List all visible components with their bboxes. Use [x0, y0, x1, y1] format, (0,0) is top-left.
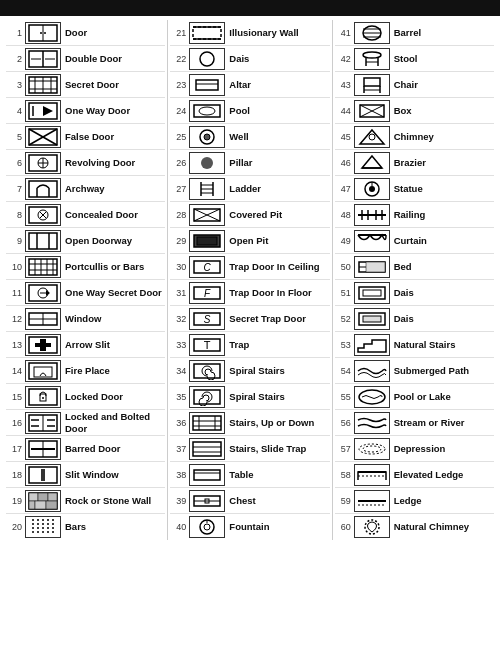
entry-number: 21 [172, 28, 186, 38]
svg-point-161 [359, 390, 385, 404]
icon-box [25, 152, 61, 174]
icon-box [189, 464, 225, 486]
list-item: 37 Stairs, Slide Trap [170, 436, 329, 462]
icon-box [354, 334, 390, 356]
icon-box [189, 48, 225, 70]
list-item: 52 Dais [335, 306, 494, 332]
entry-number: 31 [172, 288, 186, 298]
entry-number: 58 [337, 470, 351, 480]
entry-number: 25 [172, 132, 186, 142]
entry-label: Archway [65, 183, 105, 194]
svg-rect-50 [35, 343, 51, 347]
svg-rect-52 [34, 367, 52, 377]
list-item: 44 Box [335, 98, 494, 124]
list-item: 42 Stool [335, 46, 494, 72]
icon-box [354, 438, 390, 460]
entry-label: Stool [394, 53, 418, 64]
svg-point-89 [201, 157, 213, 169]
list-item: 49 Curtain [335, 228, 494, 254]
list-item: 25 Well [170, 124, 329, 150]
icon-box [189, 204, 225, 226]
entry-label: Revolving Door [65, 157, 135, 168]
icon-box [25, 256, 61, 278]
icon-box [354, 74, 390, 96]
header [0, 0, 500, 16]
entry-label: Stream or River [394, 417, 465, 428]
list-item: 33 T Trap [170, 332, 329, 358]
entry-number: 55 [337, 392, 351, 402]
list-item: 26 Pillar [170, 150, 329, 176]
entry-label: Spiral Stairs [229, 365, 284, 376]
list-item: 24 Pool [170, 98, 329, 124]
entry-number: 39 [172, 496, 186, 506]
list-item: 54 Submerged Path [335, 358, 494, 384]
entry-number: 19 [8, 496, 22, 506]
svg-rect-79 [193, 27, 221, 39]
svg-rect-71 [29, 501, 35, 509]
list-item: 55 Pool or Lake [335, 384, 494, 410]
svg-rect-68 [29, 493, 38, 501]
entry-number: 30 [172, 262, 186, 272]
entry-label: Ladder [229, 183, 261, 194]
entry-number: 1 [8, 28, 22, 38]
entry-label: Fire Place [65, 365, 110, 376]
entry-number: 52 [337, 314, 351, 324]
list-item: 50 Bed [335, 254, 494, 280]
entry-number: 9 [8, 236, 22, 246]
entry-number: 36 [172, 418, 186, 428]
entry-number: 22 [172, 54, 186, 64]
entry-label: Fountain [229, 521, 269, 532]
entry-label: Spiral Stairs [229, 391, 284, 402]
entry-label: Locked and Bolted Door [65, 411, 163, 434]
entry-number: 47 [337, 184, 351, 194]
entry-label: Barrel [394, 27, 421, 38]
entry-number: 40 [172, 522, 186, 532]
entry-number: 41 [337, 28, 351, 38]
entry-label: Chair [394, 79, 418, 90]
list-item: 34 Spiral Stairs [170, 358, 329, 384]
list-item: 43 Chair [335, 72, 494, 98]
list-item: 4 One Way Door [6, 98, 165, 124]
entry-label: Chimney [394, 131, 434, 142]
icon-box [189, 490, 225, 512]
entry-label: Secret Door [65, 79, 119, 90]
entry-number: 16 [8, 418, 22, 428]
entry-label: Pool or Lake [394, 391, 451, 402]
entry-number: 60 [337, 522, 351, 532]
entry-number: 44 [337, 106, 351, 116]
svg-rect-73 [46, 501, 57, 509]
entry-number: 50 [337, 262, 351, 272]
icon-box [25, 178, 61, 200]
entry-number: 5 [8, 132, 22, 142]
entry-label: Chest [229, 495, 255, 506]
entry-label: Double Door [65, 53, 122, 64]
entry-number: 53 [337, 340, 351, 350]
entry-number: 18 [8, 470, 22, 480]
entry-label: Box [394, 105, 412, 116]
list-item: 53 Natural Stairs [335, 332, 494, 358]
list-item: 16 Locked and Bolted Door [6, 410, 165, 436]
entry-number: 54 [337, 366, 351, 376]
icon-box [25, 230, 61, 252]
column-1: 1 Door 2 Double Door 3 Secret Door 4 One… [6, 20, 165, 540]
icon-box: C [189, 256, 225, 278]
list-item: 58 Elevated Ledge [335, 462, 494, 488]
entry-label: Well [229, 131, 248, 142]
svg-rect-31 [29, 233, 57, 249]
icon-box [189, 152, 225, 174]
entry-number: 34 [172, 366, 186, 376]
icon-box [354, 204, 390, 226]
icon-box: F [189, 282, 225, 304]
entry-label: Bars [65, 521, 86, 532]
svg-point-142 [369, 134, 375, 140]
entry-label: Stairs, Slide Trap [229, 443, 306, 454]
entry-label: False Door [65, 131, 114, 142]
list-item: 17 Barred Door [6, 436, 165, 462]
list-item: 31 F Trap Door In Floor [170, 280, 329, 306]
entry-number: 42 [337, 54, 351, 64]
list-item: 51 Dais [335, 280, 494, 306]
icon-box [189, 100, 225, 122]
svg-point-2 [40, 32, 42, 34]
entry-number: 38 [172, 470, 186, 480]
entry-number: 15 [8, 392, 22, 402]
